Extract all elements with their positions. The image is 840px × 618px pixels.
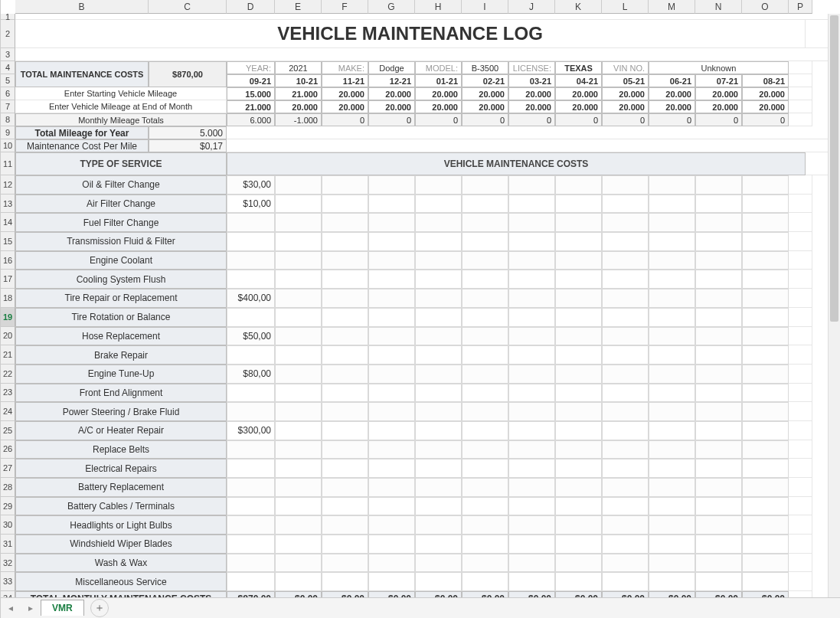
row-header-12[interactable]: 12	[1, 175, 15, 195]
service-16-val-0[interactable]	[227, 478, 275, 497]
service-19-val-2[interactable]	[322, 535, 368, 554]
service-2-val-5[interactable]	[462, 213, 508, 232]
service-15-val-3[interactable]	[368, 459, 415, 478]
service-20-val-8[interactable]	[602, 554, 649, 573]
service-21-val-2[interactable]	[322, 572, 368, 591]
service-21-val-1[interactable]	[275, 572, 322, 591]
service-2-val-0[interactable]	[227, 213, 275, 232]
service-4-val-5[interactable]	[462, 251, 508, 270]
service-1-val-1[interactable]	[275, 195, 322, 214]
service-10-val-2[interactable]	[322, 365, 368, 384]
service-16-val-11[interactable]	[742, 478, 789, 497]
service-5-val-3[interactable]	[368, 270, 415, 289]
service-0-val-0[interactable]: $30,00	[227, 175, 275, 195]
service-19-val-7[interactable]	[555, 535, 602, 554]
service-21-val-8[interactable]	[602, 572, 649, 591]
service-16-val-4[interactable]	[415, 478, 462, 497]
service-18-val-5[interactable]	[462, 515, 508, 535]
service-18-val-4[interactable]	[415, 515, 462, 535]
service-0-val-7[interactable]	[555, 175, 602, 195]
license-value[interactable]: TEXAS	[555, 61, 602, 74]
service-8-val-3[interactable]	[368, 327, 415, 346]
row-header-14[interactable]: 14	[1, 213, 15, 232]
row-header-16[interactable]: 16	[1, 251, 15, 270]
row-header-8[interactable]: 8	[1, 113, 15, 126]
service-0-val-6[interactable]	[508, 175, 555, 195]
end-mileage-3[interactable]: 20.000	[368, 100, 415, 113]
row-header-24[interactable]: 24	[1, 402, 15, 421]
service-12-val-2[interactable]	[322, 402, 368, 421]
service-10-val-8[interactable]	[602, 365, 649, 384]
service-2-val-2[interactable]	[322, 213, 368, 232]
service-11-val-4[interactable]	[415, 384, 462, 403]
end-mileage-1[interactable]: 20.000	[275, 100, 322, 113]
service-17-val-1[interactable]	[275, 497, 322, 516]
service-21-val-9[interactable]	[649, 572, 695, 591]
service-19-val-10[interactable]	[695, 535, 742, 554]
row-header-21[interactable]: 21	[1, 345, 15, 365]
service-21-val-3[interactable]	[368, 572, 415, 591]
service-15-val-0[interactable]	[227, 459, 275, 478]
service-3-val-8[interactable]	[602, 232, 649, 251]
model-value[interactable]: B-3500	[462, 61, 508, 74]
start-mileage-11[interactable]: 20.000	[742, 87, 789, 100]
service-21-val-10[interactable]	[695, 572, 742, 591]
service-9-val-4[interactable]	[415, 345, 462, 365]
end-mileage-5[interactable]: 20.000	[462, 100, 508, 113]
service-13-val-0[interactable]: $300,00	[227, 421, 275, 440]
row-header-7[interactable]: 7	[1, 100, 15, 113]
service-20-val-11[interactable]	[742, 554, 789, 573]
end-mileage-0[interactable]: 21.000	[227, 100, 275, 113]
column-header-K[interactable]: K	[555, 0, 602, 14]
service-20-val-7[interactable]	[555, 554, 602, 573]
service-4-val-10[interactable]	[695, 251, 742, 270]
service-3-val-2[interactable]	[322, 232, 368, 251]
service-17-val-11[interactable]	[742, 497, 789, 516]
service-9-val-10[interactable]	[695, 345, 742, 365]
row-header-13[interactable]: 13	[1, 195, 15, 214]
service-11-val-10[interactable]	[695, 384, 742, 403]
service-15-val-5[interactable]	[462, 459, 508, 478]
service-8-val-11[interactable]	[742, 327, 789, 346]
service-11-val-1[interactable]	[275, 384, 322, 403]
column-header-O[interactable]: O	[742, 0, 789, 14]
service-14-val-5[interactable]	[462, 440, 508, 459]
column-header-I[interactable]: I	[462, 0, 508, 14]
service-1-val-2[interactable]	[322, 195, 368, 214]
row-header-9[interactable]: 9	[1, 126, 15, 139]
service-15-val-6[interactable]	[508, 459, 555, 478]
service-15-val-2[interactable]	[322, 459, 368, 478]
service-9-val-11[interactable]	[742, 345, 789, 365]
service-20-val-4[interactable]	[415, 554, 462, 573]
service-1-val-10[interactable]	[695, 195, 742, 214]
end-mileage-8[interactable]: 20.000	[602, 100, 649, 113]
service-12-val-3[interactable]	[368, 402, 415, 421]
service-14-val-10[interactable]	[695, 440, 742, 459]
start-mileage-5[interactable]: 20.000	[462, 87, 508, 100]
tab-next-icon[interactable]: ▸	[23, 600, 38, 616]
service-2-val-3[interactable]	[368, 213, 415, 232]
row-header-23[interactable]: 23	[1, 384, 15, 403]
service-21-val-6[interactable]	[508, 572, 555, 591]
service-10-val-4[interactable]	[415, 365, 462, 384]
month-3[interactable]: 12-21	[368, 74, 415, 87]
row-header-27[interactable]: 27	[1, 459, 15, 478]
service-3-val-10[interactable]	[695, 232, 742, 251]
service-19-val-1[interactable]	[275, 535, 322, 554]
service-3-val-9[interactable]	[649, 232, 695, 251]
service-0-val-3[interactable]	[368, 175, 415, 195]
row-header-6[interactable]: 6	[1, 87, 15, 100]
column-header-F[interactable]: F	[322, 0, 368, 14]
row-header-22[interactable]: 22	[1, 365, 15, 384]
row-header-1[interactable]: 1	[1, 14, 15, 20]
tab-prev-icon[interactable]: ◂	[3, 600, 18, 616]
service-6-val-1[interactable]	[275, 289, 322, 308]
end-mileage-4[interactable]: 20.000	[415, 100, 462, 113]
month-1[interactable]: 10-21	[275, 74, 322, 87]
service-16-val-2[interactable]	[322, 478, 368, 497]
service-7-val-6[interactable]	[508, 308, 555, 327]
service-10-val-7[interactable]	[555, 365, 602, 384]
service-4-val-2[interactable]	[322, 251, 368, 270]
end-mileage-9[interactable]: 20.000	[649, 100, 695, 113]
service-3-val-1[interactable]	[275, 232, 322, 251]
